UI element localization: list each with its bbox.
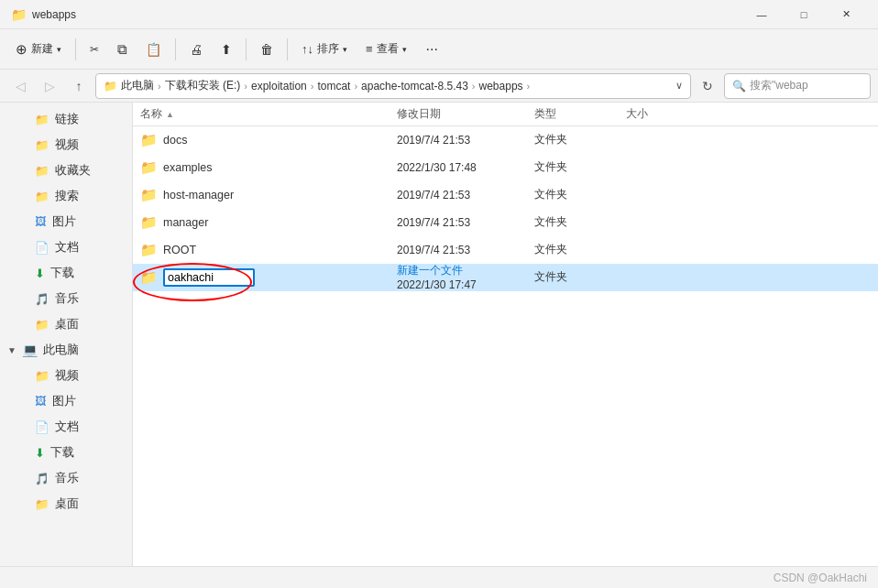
folder-icon-examples: 📁 [140, 159, 158, 176]
address-bar[interactable]: 📁 此电脑 › 下载和安装 (E:) › exploitation › tomc… [95, 73, 691, 99]
sidebar-item-videos-top[interactable]: 📁 视频 [0, 132, 132, 158]
sidebar-item-music-top[interactable]: 🎵 音乐 [0, 286, 132, 311]
close-button[interactable]: ✕ [825, 0, 867, 29]
up-button[interactable]: ↑ [66, 73, 92, 99]
toolbar: ⊕ 新建 ▾ ✂ ⧉ 📋 🖨 ⬆ 🗑 ↑↓ 排序 ▾ ≡ 查看 ▾ ··· [0, 29, 878, 70]
file-row-host-manager[interactable]: 📁 host-manager 2019/7/4 21:53 文件夹 [133, 181, 878, 209]
sidebar-label-search: 搜索 [55, 189, 79, 204]
sidebar-item-docs-top[interactable]: 📄 文档 [0, 234, 132, 260]
separator-4 [287, 38, 288, 60]
folder-icon-videos-bottom: 📁 [35, 369, 49, 383]
address-expand-icon: ∨ [675, 80, 683, 92]
view-chevron-icon: ▾ [402, 45, 407, 54]
breadcrumb-tomcat[interactable]: tomcat [317, 80, 350, 93]
sidebar-item-search[interactable]: 📁 搜索 [0, 183, 132, 209]
separator-1 [75, 38, 76, 60]
minimize-button[interactable]: — [741, 0, 783, 29]
sidebar-item-links[interactable]: 📁 链接 [0, 106, 132, 132]
col-date-header[interactable]: 修改日期 [397, 106, 534, 122]
sidebar-item-music-bottom[interactable]: 🎵 音乐 [0, 465, 132, 491]
col-size-header[interactable]: 大小 [626, 106, 699, 122]
folder-icon-root: 📁 [140, 242, 158, 258]
doc-icon-top: 📄 [35, 241, 49, 255]
sidebar-item-pictures-bottom[interactable]: 🖼 图片 [0, 388, 132, 414]
sidebar-label-music-bottom: 音乐 [55, 471, 79, 486]
forward-button[interactable]: ▷ [37, 73, 62, 99]
sidebar-item-this-pc[interactable]: ▼ 💻 此电脑 [0, 337, 132, 363]
breadcrumb-sep-1: › [158, 81, 161, 92]
file-name-examples: examples [163, 161, 213, 174]
folder-icon-host-manager: 📁 [140, 187, 158, 203]
new-button[interactable]: ⊕ 新建 ▾ [7, 36, 70, 63]
sort-icon: ↑↓ [302, 42, 313, 56]
paste-icon: 📋 [146, 42, 161, 57]
sidebar-label-this-pc: 此电脑 [43, 343, 79, 358]
rename-input[interactable] [163, 268, 255, 287]
expand-arrow-this-pc: ▼ [7, 345, 16, 355]
file-name-root: ROOT [163, 244, 196, 256]
sidebar-item-downloads-bottom[interactable]: ⬇ 下载 [0, 440, 132, 465]
more-button[interactable]: ··· [417, 37, 447, 62]
new-folder-type: 文件夹 [534, 269, 626, 285]
picture-icon-top: 🖼 [35, 215, 47, 228]
cut-button[interactable]: ✂ [82, 38, 107, 61]
view-icon: ≡ [366, 42, 373, 56]
breadcrumb-drive[interactable]: 下载和安装 (E:) [165, 78, 241, 93]
download-icon-bottom: ⬇ [35, 446, 45, 460]
share-button[interactable]: ⬆ [213, 37, 240, 62]
print-icon: 🖨 [190, 42, 203, 57]
desktop-icon-bottom: 📁 [35, 497, 49, 511]
sidebar: 📁 链接 📁 视频 📁 收藏夹 📁 搜索 🖼 图片 📄 文档 [0, 103, 133, 566]
title-bar: 📁 webapps — □ ✕ [0, 0, 878, 29]
back-button[interactable]: ◁ [7, 73, 33, 99]
paste-button[interactable]: 📋 [137, 37, 170, 62]
breadcrumb-sep-4: › [354, 81, 357, 92]
sidebar-label-pictures-top: 图片 [52, 214, 76, 230]
maximize-button[interactable]: □ [783, 0, 825, 29]
sidebar-label-videos-bottom: 视频 [55, 368, 79, 384]
music-icon-top: 🎵 [35, 292, 49, 306]
doc-icon-bottom: 📄 [35, 420, 49, 434]
sidebar-item-downloads-top[interactable]: ⬇ 下载 [0, 260, 132, 286]
cut-icon: ✂ [90, 43, 99, 56]
new-chevron-icon: ▾ [57, 45, 61, 54]
delete-button[interactable]: 🗑 [252, 37, 281, 62]
col-name-header[interactable]: 名称 ▲ [140, 106, 397, 122]
sidebar-label-pictures-bottom: 图片 [52, 394, 76, 409]
sidebar-item-pictures-top[interactable]: 🖼 图片 [0, 209, 132, 234]
breadcrumb-apache[interactable]: apache-tomcat-8.5.43 [361, 80, 468, 93]
breadcrumb-exploitation[interactable]: exploitation [251, 80, 307, 93]
file-name-docs: docs [163, 134, 187, 147]
sidebar-item-favorites[interactable]: 📁 收藏夹 [0, 158, 132, 183]
copy-button[interactable]: ⧉ [109, 36, 136, 63]
file-row-new-folder[interactable]: 📁 新建一个文件 2022/1/30 17:47 文件夹 [133, 264, 878, 291]
new-file-hint-text: 新建一个文件 [397, 264, 463, 277]
file-name-manager: manager [163, 216, 208, 229]
file-row-docs[interactable]: 📁 docs 2019/7/4 21:53 文件夹 [133, 126, 878, 154]
file-row-root[interactable]: 📁 ROOT 2019/7/4 21:53 文件夹 [133, 236, 878, 264]
breadcrumb-sep-5: › [472, 81, 476, 92]
sidebar-item-desktop-bottom[interactable]: 📁 桌面 [0, 491, 132, 517]
sidebar-item-docs-bottom[interactable]: 📄 文档 [0, 414, 132, 440]
refresh-button[interactable]: ↻ [695, 73, 720, 99]
sort-button[interactable]: ↑↓ 排序 ▾ [293, 36, 356, 62]
watermark: CSDN @OakHachi [774, 572, 867, 584]
separator-3 [246, 38, 247, 60]
sort-arrow-icon: ▲ [166, 110, 174, 119]
breadcrumb-thispc[interactable]: 此电脑 [121, 78, 154, 93]
new-icon: ⊕ [16, 41, 27, 58]
file-row-examples[interactable]: 📁 examples 2022/1/30 17:48 文件夹 [133, 154, 878, 181]
file-row-manager[interactable]: 📁 manager 2019/7/4 21:53 文件夹 [133, 209, 878, 236]
address-folder-icon: 📁 [104, 80, 117, 93]
print-button[interactable]: 🖨 [181, 37, 211, 62]
col-type-header[interactable]: 类型 [534, 106, 626, 122]
search-icon: 🔍 [732, 80, 746, 93]
breadcrumb-sep-3: › [311, 81, 314, 92]
search-box[interactable]: 🔍 搜索"webap [724, 73, 871, 99]
sidebar-item-desktop-top[interactable]: 📁 桌面 [0, 311, 132, 337]
view-button[interactable]: ≡ 查看 ▾ [357, 36, 415, 62]
sort-chevron-icon: ▾ [343, 45, 347, 54]
folder-icon-links: 📁 [35, 113, 49, 126]
sidebar-item-videos-bottom[interactable]: 📁 视频 [0, 363, 132, 388]
folder-icon-favorites: 📁 [35, 164, 49, 178]
